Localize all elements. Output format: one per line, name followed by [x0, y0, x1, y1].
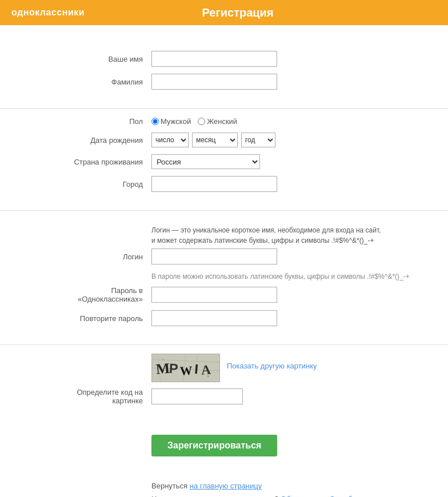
back-row: Вернуться на главную страницу	[151, 479, 414, 492]
password-row: Пароль в «Одноклассниках»	[0, 286, 448, 303]
country-row: Страна проживания Россия	[0, 154, 448, 169]
surname-row: Фамилия	[0, 74, 448, 90]
captcha-section: M P W I A Показать другую картинку Опред…	[0, 345, 448, 423]
personal-section: Пол Мужской Женский Дата рождения число	[0, 109, 448, 211]
dob-month-select[interactable]: месяц	[192, 133, 238, 147]
submit-section: Зарегистрироваться	[0, 423, 448, 468]
captcha-input[interactable]	[151, 388, 243, 404]
password-input[interactable]	[151, 287, 277, 303]
name-label: Ваше имя	[46, 55, 151, 63]
main-content: Ваше имя Фамилия Пол Мужской Женский	[0, 25, 448, 497]
name-input[interactable]	[151, 51, 277, 67]
captcha-label: Определите код на картинке	[46, 388, 151, 405]
register-button[interactable]: Зарегистрироваться	[151, 435, 277, 456]
credentials-section: Логин — это уникальное короткое имя, нео…	[0, 211, 448, 345]
footer-links: Вернуться на главную страницу Не получил…	[0, 468, 448, 497]
gender-label: Пол	[46, 117, 151, 126]
surname-label: Фамилия	[46, 78, 151, 86]
svg-point-11	[177, 364, 178, 366]
name-section: Ваше имя Фамилия	[0, 42, 448, 109]
login-row: Логин	[0, 248, 448, 264]
page-title: Регистрация	[202, 6, 319, 19]
svg-text:A: A	[201, 362, 211, 378]
gender-male-label: Мужской	[161, 117, 191, 126]
password-label: Пароль в «Одноклассниках»	[46, 286, 151, 303]
dob-day-select[interactable]: число	[151, 133, 189, 147]
country-select[interactable]: Россия	[151, 154, 260, 169]
name-row: Ваше имя	[0, 51, 448, 67]
support-link[interactable]: Обратитесь в Службу поддержки	[281, 495, 395, 497]
gender-male-radio[interactable]	[151, 118, 159, 125]
svg-point-13	[207, 375, 209, 377]
city-label: Город	[46, 180, 151, 189]
country-label: Страна проживания	[46, 158, 151, 166]
login-input[interactable]	[151, 248, 277, 264]
confirm-password-row: Повторите пароль	[0, 310, 448, 326]
gender-female-option[interactable]: Женский	[198, 117, 237, 126]
date-group: число месяц год	[151, 133, 275, 147]
city-row: Город	[0, 176, 448, 192]
gender-radio-group: Мужской Женский	[151, 117, 237, 126]
header: одноклассники Регистрация	[0, 0, 448, 25]
login-label: Логин	[46, 252, 151, 261]
city-input[interactable]	[151, 176, 277, 192]
back-to-home-link[interactable]: на главную страницу	[190, 482, 262, 490]
svg-text:W: W	[179, 364, 193, 378]
dob-year-select[interactable]: год	[241, 133, 275, 147]
gender-row: Пол Мужской Женский	[0, 117, 448, 126]
captcha-image: M P W I A	[151, 354, 220, 382]
password-info-text: В пароле можно использовать латинские бу…	[0, 271, 448, 286]
confirm-password-input[interactable]	[151, 310, 277, 326]
svg-point-10	[163, 359, 164, 360]
support-row: Не получилось зарегистрироваться? Обрати…	[151, 492, 414, 497]
captcha-image-row: M P W I A Показать другую картинку	[0, 354, 448, 382]
svg-point-12	[197, 358, 198, 359]
gender-female-label: Женский	[207, 117, 237, 126]
dob-row: Дата рождения число месяц год	[0, 133, 448, 147]
back-text: Вернуться	[151, 482, 187, 490]
logo: одноклассники	[11, 7, 85, 18]
surname-input[interactable]	[151, 74, 277, 90]
confirm-password-label: Повторите пароль	[46, 314, 151, 323]
trouble-text: Не получилось зарегистрироваться?	[151, 495, 278, 497]
login-info-text: Логин — это уникальное короткое имя, нео…	[0, 219, 448, 248]
captcha-input-row: Определите код на картинке	[0, 388, 448, 405]
refresh-captcha-link[interactable]: Показать другую картинку	[227, 362, 317, 370]
dob-label: Дата рождения	[46, 136, 151, 145]
svg-text:P: P	[169, 361, 178, 376]
gender-male-option[interactable]: Мужской	[151, 117, 191, 126]
gender-female-radio[interactable]	[198, 118, 205, 125]
